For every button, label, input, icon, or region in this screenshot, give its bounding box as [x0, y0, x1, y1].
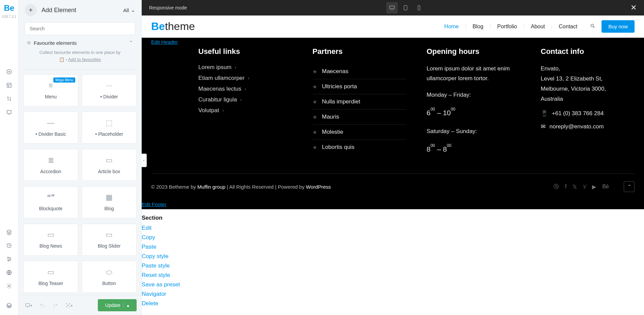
rail-sliders-icon[interactable]: [3, 253, 15, 265]
collapse-sidebar-button[interactable]: ‹: [141, 154, 147, 167]
context-item[interactable]: Copy: [142, 233, 644, 242]
element-label: Button: [102, 281, 116, 286]
footer-link[interactable]: Etiam ullamcorper›: [198, 75, 292, 82]
footer-partners: Partners ★Maecenas★Ultricies porta★Nulla…: [312, 47, 406, 163]
element-card[interactable]: ≣Accordion: [23, 149, 78, 181]
element-card[interactable]: —• Divider Basic: [23, 112, 78, 144]
phone-icon: 📱: [541, 110, 548, 117]
context-item[interactable]: Reset style: [142, 271, 644, 280]
context-title: Section: [142, 213, 644, 223]
buy-now-button[interactable]: Buy now: [601, 20, 635, 33]
footer-hours: Opening hours Lorem ipsum dolor sit amet…: [427, 47, 521, 163]
contact-email[interactable]: ✉noreply@envato.com: [541, 123, 635, 130]
back-to-top-button[interactable]: ⌃: [624, 181, 635, 192]
element-card[interactable]: ▭Blog News: [23, 224, 78, 256]
element-card[interactable]: ···• Divider: [82, 74, 137, 106]
app-logo[interactable]: Be: [4, 3, 15, 13]
context-item[interactable]: Edit: [142, 223, 644, 233]
device-desktop-icon[interactable]: [386, 2, 398, 13]
close-icon[interactable]: ✕: [631, 3, 637, 12]
edit-header-link[interactable]: Edit Header: [151, 39, 178, 45]
nav-link[interactable]: Contact: [552, 24, 584, 30]
element-card[interactable]: ▭Article box: [82, 149, 137, 181]
context-item[interactable]: Copy style: [142, 252, 644, 261]
svg-rect-9: [26, 304, 30, 306]
element-card[interactable]: ▭Blog Teaser: [23, 261, 78, 293]
element-card[interactable]: ▦Blog: [82, 186, 137, 218]
svg-point-14: [591, 24, 594, 27]
focus-button[interactable]: ▴: [64, 300, 74, 310]
context-item[interactable]: Paste: [142, 242, 644, 252]
contact-phone[interactable]: 📱+61 (0) 383 766 284: [541, 110, 635, 117]
partner-row[interactable]: ★Nulla imperdiet: [312, 94, 406, 109]
skype-icon[interactable]: Ⓢ: [554, 183, 559, 190]
search-icon[interactable]: [590, 23, 595, 30]
device-tablet-icon[interactable]: [400, 2, 411, 13]
muffin-link[interactable]: Muffin group: [197, 184, 225, 190]
svg-rect-1: [7, 83, 11, 87]
footer-link[interactable]: Lorem ipsum›: [198, 64, 292, 71]
rail-layout-icon[interactable]: [3, 79, 15, 91]
nav-link[interactable]: Portfolio: [491, 24, 524, 30]
rail-add-icon[interactable]: [3, 66, 15, 78]
vimeo-icon[interactable]: 𝓥: [583, 184, 586, 190]
element-icon: ▭: [47, 230, 54, 239]
context-item[interactable]: Paste style: [142, 261, 644, 271]
add-element-button[interactable]: +: [25, 4, 37, 16]
facebook-icon[interactable]: f: [565, 184, 566, 190]
footer-useful-links: Useful links Lorem ipsum›Etiam ullamcorp…: [151, 47, 292, 163]
rail-layers-icon[interactable]: [3, 226, 15, 238]
behance-icon[interactable]: Bē: [602, 184, 609, 190]
svg-point-10: [67, 305, 68, 306]
footer-link[interactable]: Volutpat›: [198, 107, 292, 114]
element-card[interactable]: ⬭Button: [82, 261, 137, 293]
element-card[interactable]: ⬚• Placeholder: [82, 112, 137, 144]
element-icon: ❝❞: [47, 193, 55, 202]
context-item[interactable]: Save as preset: [142, 280, 644, 289]
footer-link[interactable]: Curabitur ligula›: [198, 96, 292, 103]
undo-button[interactable]: [37, 300, 47, 310]
context-item[interactable]: Delete: [142, 299, 644, 308]
redo-button[interactable]: [50, 300, 60, 310]
footer-link[interactable]: Maecenas lectus›: [198, 86, 292, 92]
context-item[interactable]: Navigator: [142, 289, 644, 299]
site-logo[interactable]: Betheme: [151, 20, 195, 33]
partner-row[interactable]: ★Lobortis quis: [312, 140, 406, 155]
search-input[interactable]: [25, 22, 135, 35]
element-icon: ▭: [106, 230, 113, 239]
nav-link[interactable]: About: [524, 24, 552, 30]
canvas-topbar: Responsive mode ✕: [142, 0, 644, 15]
element-card[interactable]: ❝❞Blockquote: [23, 186, 78, 218]
element-card[interactable]: ▭Blog Slider: [82, 224, 137, 256]
rail-wordpress-icon[interactable]: [3, 300, 15, 312]
partner-row[interactable]: ★Molestie: [312, 125, 406, 140]
device-select[interactable]: ▴: [23, 300, 33, 310]
rail-history-icon[interactable]: [3, 240, 15, 252]
favourites-header[interactable]: ☆ Favourite elements ⌃: [25, 40, 135, 46]
rail-swap-icon[interactable]: [3, 93, 15, 105]
rail-globe-icon[interactable]: [3, 266, 15, 279]
element-label: • Divider Basic: [35, 131, 66, 137]
contact-line: Level 13, 2 Elizabeth St,: [541, 74, 635, 84]
device-mobile-icon[interactable]: [413, 2, 425, 13]
favourites-link[interactable]: Add to favourites: [68, 57, 101, 62]
element-label: • Placeholder: [95, 131, 123, 137]
twitter-icon[interactable]: 𝕏: [572, 184, 577, 190]
star-icon: ★: [312, 84, 317, 90]
partner-row[interactable]: ★Mauris: [312, 109, 406, 125]
rail-template-icon[interactable]: [3, 106, 15, 118]
element-label: Blog: [104, 206, 114, 211]
star-icon: ★: [312, 129, 317, 135]
wordpress-link[interactable]: WordPress: [306, 184, 331, 190]
nav-link[interactable]: Blog: [466, 24, 491, 30]
partner-row[interactable]: ★Ultricies porta: [312, 79, 406, 94]
section-context-menu: Section EditCopyPasteCopy stylePaste sty…: [142, 209, 644, 315]
edit-footer-link[interactable]: Edit Footer: [142, 199, 635, 209]
partner-row[interactable]: ★Maecenas: [312, 64, 406, 79]
rail-gear-icon[interactable]: [3, 280, 15, 292]
elements-filter[interactable]: All⌄: [123, 7, 135, 13]
nav-link[interactable]: Home: [438, 24, 466, 30]
youtube-icon[interactable]: ▶: [592, 184, 596, 190]
update-button[interactable]: Update▴: [98, 299, 137, 311]
element-card[interactable]: Mega Menu≡Menu: [23, 74, 78, 106]
